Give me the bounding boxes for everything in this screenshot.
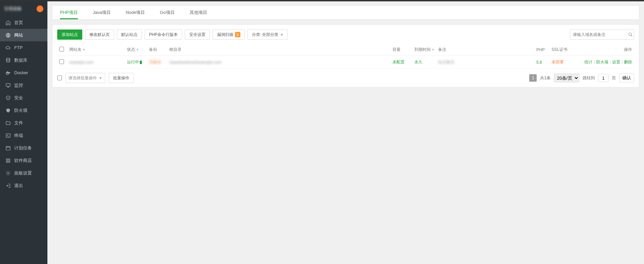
security-button[interactable]: 安全设置 <box>185 29 210 40</box>
select-all-checkbox[interactable] <box>59 47 64 52</box>
page-suffix: 页 <box>612 75 616 81</box>
sidebar-item-label: Docker <box>14 70 28 75</box>
tab-2[interactable]: Node项目 <box>118 6 152 19</box>
sidebar-item-globe[interactable]: 网站 <box>0 29 47 41</box>
sidebar-item-folder[interactable]: 文件 <box>0 117 47 129</box>
search-icon <box>628 32 633 37</box>
category-label: 分类: 全部分类 <box>252 32 279 38</box>
svg-rect-11 <box>6 161 8 162</box>
bulk-select-label: 请选择批量操作 <box>68 75 97 81</box>
sidebar-item-home[interactable]: 首页 <box>0 16 47 29</box>
site-status[interactable]: 运行中 <box>127 60 139 64</box>
action-settings[interactable]: 设置 <box>612 60 620 64</box>
site-backup[interactable]: 无备份 <box>149 60 161 64</box>
sidebar-item-label: 监控 <box>14 82 23 88</box>
table-footer: 请选择批量操作 ▼ 批量操作 1 共1条 20条/页 跳转到 页 确认 <box>57 73 634 83</box>
docker-icon <box>5 70 11 76</box>
sidebar-item-label: 首页 <box>14 20 23 26</box>
sidebar-item-label: 数据库 <box>14 57 27 63</box>
jump-label: 跳转到 <box>583 75 595 81</box>
site-table: 网站名▼ 状态▼ 备份 根目录 容量 到期时间▼ 备注 PHP SSL证书 操作… <box>57 44 634 69</box>
cloud-icon <box>5 45 11 50</box>
site-name[interactable]: example.com <box>69 60 93 65</box>
sidebar-item-logout[interactable]: 退出 <box>0 179 47 192</box>
site-php[interactable]: 5.6 <box>536 60 542 65</box>
jump-confirm-button[interactable]: 确认 <box>619 74 634 82</box>
sidebar-item-label: 文件 <box>14 120 23 126</box>
tab-3[interactable]: Go项目 <box>152 6 182 19</box>
logo-text: 宝塔面板 <box>4 6 22 12</box>
action-stats[interactable]: 统计 <box>584 60 593 64</box>
sidebar-item-settings[interactable]: 面板设置 <box>0 167 47 179</box>
logout-icon <box>5 183 11 188</box>
row-checkbox[interactable] <box>59 59 64 64</box>
logo-badge-icon <box>37 5 43 12</box>
vuln-scan-button[interactable]: 漏洞扫描 0 <box>213 29 245 40</box>
status-indicator-icon <box>140 61 142 64</box>
bulk-action-button[interactable]: 批量操作 <box>109 73 134 83</box>
sidebar-item-label: 安全 <box>14 95 23 101</box>
toolbar: 添加站点 修改默认页 默认站点 PHP命令行版本 安全设置 漏洞扫描 0 分类:… <box>57 29 634 40</box>
sidebar-item-label: 退出 <box>14 183 23 189</box>
sort-icon: ▼ <box>136 48 139 52</box>
sort-icon: ▼ <box>431 48 435 52</box>
col-expire[interactable]: 到期时间▼ <box>412 44 436 56</box>
svg-rect-7 <box>6 134 10 137</box>
category-dropdown[interactable]: 分类: 全部分类 ▼ <box>248 29 288 40</box>
monitor-icon <box>5 83 11 88</box>
vuln-scan-label: 漏洞扫描 <box>217 32 233 38</box>
site-root[interactable]: /www/wwwroot/example.com <box>169 60 221 65</box>
col-status[interactable]: 状态▼ <box>125 44 147 56</box>
bulk-select[interactable]: 请选择批量操作 ▼ <box>65 73 105 83</box>
sidebar-item-firewall[interactable]: 防火墙 <box>0 104 47 117</box>
add-site-button[interactable]: 添加站点 <box>57 29 82 40</box>
calendar-icon <box>5 145 11 151</box>
sidebar-item-apps[interactable]: 软件商店 <box>0 154 47 167</box>
col-ssl: SSL证书 <box>550 44 578 56</box>
col-action: 操作 <box>578 44 634 56</box>
col-name[interactable]: 网站名▼ <box>67 44 125 56</box>
sidebar-item-calendar[interactable]: 计划任务 <box>0 142 47 154</box>
action-delete[interactable]: 删除 <box>624 60 632 64</box>
site-remark[interactable]: 站点备注 <box>438 60 454 64</box>
per-page-select[interactable]: 20条/页 <box>554 74 579 82</box>
svg-point-14 <box>628 33 631 36</box>
col-php: PHP <box>534 44 550 56</box>
tabs: PHP项目Java项目Node项目Go项目其他项目 <box>52 5 639 20</box>
search-button[interactable] <box>626 30 634 39</box>
sidebar-item-monitor[interactable]: 监控 <box>0 79 47 92</box>
sidebar-item-terminal[interactable]: 终端 <box>0 129 47 142</box>
site-panel: 添加站点 修改默认页 默认站点 PHP命令行版本 安全设置 漏洞扫描 0 分类:… <box>52 24 639 87</box>
action-waf[interactable]: 防火墙 <box>596 60 608 64</box>
site-expire[interactable]: 永久 <box>414 60 423 64</box>
main-content: PHP项目Java项目Node项目Go项目其他项目 添加站点 修改默认页 默认站… <box>47 1 644 264</box>
apps-icon <box>5 158 11 163</box>
tab-1[interactable]: Java项目 <box>85 6 118 19</box>
sidebar-item-database[interactable]: 数据库 <box>0 54 47 66</box>
sidebar-item-shield[interactable]: 安全 <box>0 92 47 104</box>
vuln-badge: 0 <box>235 32 240 37</box>
svg-point-1 <box>6 58 10 59</box>
site-capacity[interactable]: 未配置 <box>392 60 405 64</box>
svg-rect-10 <box>8 159 10 160</box>
site-ssl[interactable]: 未部署 <box>552 60 564 64</box>
col-backup: 备份 <box>147 44 167 56</box>
sidebar-item-cloud[interactable]: FTP <box>0 41 47 54</box>
tab-0[interactable]: PHP项目 <box>52 6 85 19</box>
sidebar-item-label: FTP <box>14 45 23 50</box>
sidebar-item-label: 面板设置 <box>14 170 32 176</box>
search-input[interactable] <box>570 30 626 39</box>
tab-4[interactable]: 其他项目 <box>182 6 215 19</box>
table-row: example.com运行中无备份/www/wwwroot/example.co… <box>57 56 634 69</box>
row-actions: 统计|防火墙|设置|删除 <box>578 56 634 69</box>
col-root: 根目录 <box>167 44 390 56</box>
sidebar-item-docker[interactable]: Docker <box>0 66 47 79</box>
col-capacity: 容量 <box>390 44 412 56</box>
shield-icon <box>5 95 11 101</box>
php-cli-button[interactable]: PHP命令行版本 <box>145 29 182 40</box>
modify-default-button[interactable]: 修改默认页 <box>85 29 114 40</box>
sidebar-item-label: 软件商店 <box>14 158 32 164</box>
default-site-button[interactable]: 默认站点 <box>117 29 142 40</box>
footer-select-all[interactable] <box>57 76 62 80</box>
jump-input[interactable] <box>598 74 608 82</box>
